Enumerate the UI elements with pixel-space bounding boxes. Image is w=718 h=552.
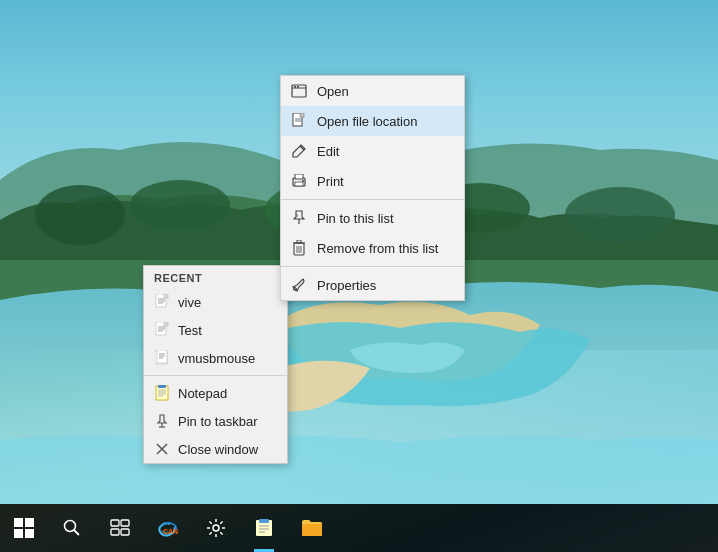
jump-action-pin-taskbar-label: Pin to taskbar: [178, 414, 258, 429]
text-file-icon: [154, 293, 170, 311]
page-icon: [291, 113, 307, 129]
jump-item-vive-label: vive: [178, 295, 201, 310]
start-button[interactable]: [0, 504, 48, 552]
context-menu-item-open[interactable]: Open: [281, 76, 464, 106]
jump-action-notepad[interactable]: Notepad: [144, 379, 287, 407]
jump-separator-1: [144, 375, 287, 376]
svg-rect-57: [111, 529, 119, 535]
svg-point-60: [213, 525, 219, 531]
wrench-icon: [291, 277, 307, 293]
text-file-icon-3: [154, 349, 170, 367]
svg-rect-56: [121, 520, 129, 526]
jump-item-test-label: Test: [178, 323, 202, 338]
svg-rect-7: [164, 294, 168, 298]
svg-rect-21: [156, 386, 168, 400]
context-open-location-label: Open file location: [317, 114, 417, 129]
svg-rect-33: [294, 86, 296, 88]
svg-rect-36: [300, 113, 304, 117]
context-menu-item-pin[interactable]: Pin to this list: [281, 203, 464, 233]
edit-icon: [291, 143, 307, 159]
context-open-label: Open: [317, 84, 349, 99]
text-file-icon-2: [154, 321, 170, 339]
context-menu-item-print[interactable]: Print: [281, 166, 464, 196]
print-icon: [291, 173, 307, 189]
recent-section-header: Recent: [144, 266, 287, 288]
context-pin-label: Pin to this list: [317, 211, 394, 226]
folder-icon: [301, 518, 323, 538]
context-separator-1: [281, 199, 464, 200]
svg-rect-58: [121, 529, 129, 535]
desktop: Recent vive: [0, 0, 718, 552]
svg-rect-55: [111, 520, 119, 526]
context-menu: Open Open file location: [280, 75, 465, 301]
svg-point-5: [565, 187, 675, 243]
jump-action-pin-taskbar[interactable]: Pin to taskbar: [144, 407, 287, 435]
edge-taskbar-button[interactable]: CAN: [144, 504, 192, 552]
context-menu-item-open-location[interactable]: Open file location: [281, 106, 464, 136]
jump-action-notepad-label: Notepad: [178, 386, 227, 401]
svg-rect-12: [164, 322, 168, 326]
close-x-icon: [154, 440, 170, 458]
svg-line-54: [74, 530, 79, 535]
jump-item-test[interactable]: Test: [144, 316, 287, 344]
context-remove-label: Remove from this list: [317, 241, 438, 256]
taskbar: CAN: [0, 504, 718, 552]
svg-rect-17: [157, 350, 167, 363]
svg-point-53: [65, 521, 76, 532]
svg-rect-34: [297, 86, 299, 88]
jump-item-vive[interactable]: vive: [144, 288, 287, 316]
jump-item-vmusbmouse[interactable]: vmusbmouse: [144, 344, 287, 372]
svg-rect-48: [297, 240, 301, 243]
windows-logo-icon: [14, 518, 34, 538]
notepad-taskbar-button[interactable]: [240, 504, 288, 552]
svg-text:CAN: CAN: [163, 528, 178, 535]
window-icon: [291, 83, 307, 99]
pin-icon: [291, 210, 307, 226]
search-taskbar-button[interactable]: [48, 504, 96, 552]
context-properties-label: Properties: [317, 278, 376, 293]
svg-rect-22: [158, 385, 166, 388]
task-view-button[interactable]: [96, 504, 144, 552]
search-icon: [62, 518, 82, 538]
jump-action-close-label: Close window: [178, 442, 258, 457]
context-print-label: Print: [317, 174, 344, 189]
svg-point-43: [302, 180, 304, 182]
jump-action-close-window[interactable]: Close window: [144, 435, 287, 463]
taskview-icon: [110, 519, 130, 537]
jump-item-vmusbmouse-label: vmusbmouse: [178, 351, 255, 366]
context-menu-item-properties[interactable]: Properties: [281, 270, 464, 300]
context-menu-item-edit[interactable]: Edit: [281, 136, 464, 166]
jump-list: Recent vive: [143, 265, 288, 464]
trash-icon: [291, 240, 307, 256]
edge-icon: CAN: [157, 517, 179, 539]
file-explorer-button[interactable]: [288, 504, 336, 552]
svg-point-2: [130, 180, 230, 230]
notepad-icon: [154, 384, 170, 402]
pin-taskbar-icon: [154, 412, 170, 430]
svg-rect-41: [295, 174, 303, 179]
svg-point-1: [35, 185, 125, 245]
context-menu-item-remove[interactable]: Remove from this list: [281, 233, 464, 263]
settings-taskbar-button[interactable]: [192, 504, 240, 552]
svg-rect-42: [295, 182, 303, 186]
context-separator-2: [281, 266, 464, 267]
notepad-taskbar-icon: [254, 518, 274, 538]
context-edit-label: Edit: [317, 144, 339, 159]
svg-rect-62: [259, 519, 269, 523]
settings-icon: [206, 518, 226, 538]
